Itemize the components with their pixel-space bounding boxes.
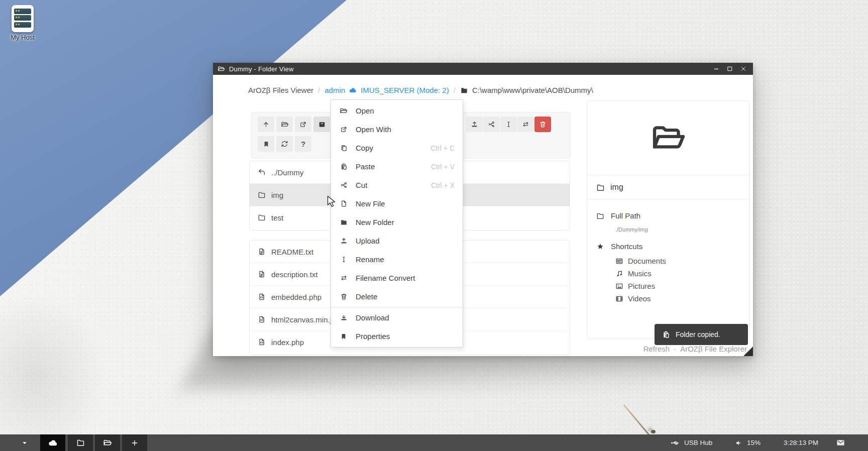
cloud-icon [48,437,58,448]
server-icon [12,5,34,32]
breadcrumb-path[interactable]: C:\wamp\www\private\AOB\Dummy\ [460,86,593,94]
menu-item-open-with[interactable]: Open With [331,120,463,139]
toolbar-rename-button[interactable] [500,117,517,132]
shortcuts-label: Shortcuts [596,242,642,251]
paste-icon [662,330,670,339]
toolbar-open-with-button[interactable] [295,117,311,132]
upload-icon [339,237,348,245]
close-button[interactable] [740,65,747,72]
toolbar-refresh-button[interactable] [276,136,293,152]
taskbar-item-cloud[interactable] [40,434,65,451]
cloud-icon [349,86,357,94]
menu-item-download[interactable]: Download [331,308,463,327]
snow-shade [0,296,105,451]
taskbar-item-folder[interactable] [68,434,93,451]
toolbar-up-button[interactable] [258,117,274,132]
folder-icon [596,183,605,192]
scissors-icon [339,181,348,189]
menu-item-new-file[interactable]: New File [331,194,463,213]
desktop-icon-my-host[interactable]: My Host [6,5,39,41]
toast-notification: Folder copied. [655,324,748,345]
menu-item-filename-convert[interactable]: Filename Convert [331,269,463,287]
music-icon [615,270,623,278]
snow-stick-detail [623,404,653,438]
folder-filled-icon [339,218,348,226]
shortcut-musics[interactable]: Musics [615,267,666,280]
shortcut-documents[interactable]: Documents [615,255,666,267]
toast-text: Folder copied. [676,330,720,339]
file-code-icon [258,315,266,323]
toolbar-help-button[interactable]: ? [295,136,311,152]
back-arrow-icon [258,168,266,176]
menu-item-rename[interactable]: Rename [331,250,463,269]
folder-open-icon [339,107,348,115]
taskbar-volume-status[interactable]: 15% [735,434,761,451]
window-footer: Refresh · ArOZβ File Explorer [643,345,747,353]
refresh-link[interactable]: Refresh [643,345,670,353]
taskbar-usb-status[interactable]: USB Hub [670,434,712,451]
folder-open-icon [103,438,112,447]
taskbar-caret-button[interactable] [19,434,30,451]
breadcrumb-app: ArOZβ Files Viewer [248,86,313,94]
maximize-button[interactable] [726,65,733,72]
star-icon [596,243,604,251]
menu-item-paste[interactable]: Paste Ctrl + V [331,157,463,176]
file-text-icon [258,270,266,278]
window-titlebar[interactable]: Dummy - Folder View [213,63,753,75]
toolbar-delete-button[interactable] [534,117,551,132]
toolbar-properties-button[interactable] [258,136,274,152]
new-file-icon [339,200,348,207]
folder-icon [258,191,266,199]
app-name: ArOZβ File Explorer [680,345,747,353]
details-panel: img Full Path ./Dummy/img Shortcuts [587,100,749,339]
menu-item-open[interactable]: Open [331,101,463,120]
file-code-icon [258,338,266,346]
caret-down-icon [21,439,28,446]
shortcuts-list: Documents Musics Pictures [615,255,666,305]
toolbar-filename-convert-button[interactable] [517,117,534,132]
plus-icon [131,439,139,447]
full-path-value: ./Dummy/img [615,227,648,233]
shortcut-pictures[interactable]: Pictures [615,280,666,292]
usb-icon [670,438,680,448]
minimize-button[interactable] [713,65,720,72]
toolbar-upload-button[interactable] [466,117,483,132]
menu-separator [331,307,463,307]
menu-item-new-folder[interactable]: New Folder [331,213,463,232]
film-icon [615,295,623,303]
toolbar-open-button[interactable] [276,117,293,132]
speaker-icon [735,439,743,447]
taskbar-clock[interactable]: 3:28:13 PM [784,434,818,451]
menu-item-cut[interactable]: Cut Ctrl + X [331,176,463,194]
menu-item-delete[interactable]: Delete [331,287,463,306]
toolbar-cut-button[interactable] [483,117,500,132]
trash-icon [339,293,348,300]
menu-item-upload[interactable]: Upload [331,232,463,250]
paste-icon [339,163,348,170]
context-menu: Open Open With Copy Ctrl + C [331,99,463,348]
folder-icon [596,212,604,220]
toolbar-archive-button[interactable] [313,117,330,132]
taskbar: USB Hub 15% 3:28:13 PM [0,434,868,451]
desktop: My Host Dummy - Folder View [0,0,868,451]
breadcrumb-server-link[interactable]: admin IMUS_SERVER (Mode: 2) [324,86,449,94]
menu-item-properties[interactable]: Properties [331,327,463,346]
external-link-icon [339,126,348,133]
menu-item-copy[interactable]: Copy Ctrl + C [331,139,463,157]
snow-dirt-detail [651,430,656,433]
breadcrumb: ArOZβ Files Viewer / admin IMUS_SERVER (… [248,86,593,94]
bookmark-icon [339,333,348,340]
details-selected-name: img [587,175,749,200]
taskbar-add-button[interactable] [122,434,147,451]
resize-handle[interactable] [743,347,753,356]
file-code-icon [258,293,266,301]
folder-open-icon [218,65,225,73]
window-content: ArOZβ Files Viewer / admin IMUS_SERVER (… [213,75,753,356]
folder-icon [258,213,266,221]
exchange-icon [339,274,348,282]
taskbar-messages-button[interactable] [836,434,845,451]
shortcut-videos[interactable]: Videos [615,292,666,305]
desktop-icon-label: My Host [6,34,39,41]
taskbar-item-folder-view[interactable] [95,434,120,451]
newspaper-icon [615,257,623,265]
